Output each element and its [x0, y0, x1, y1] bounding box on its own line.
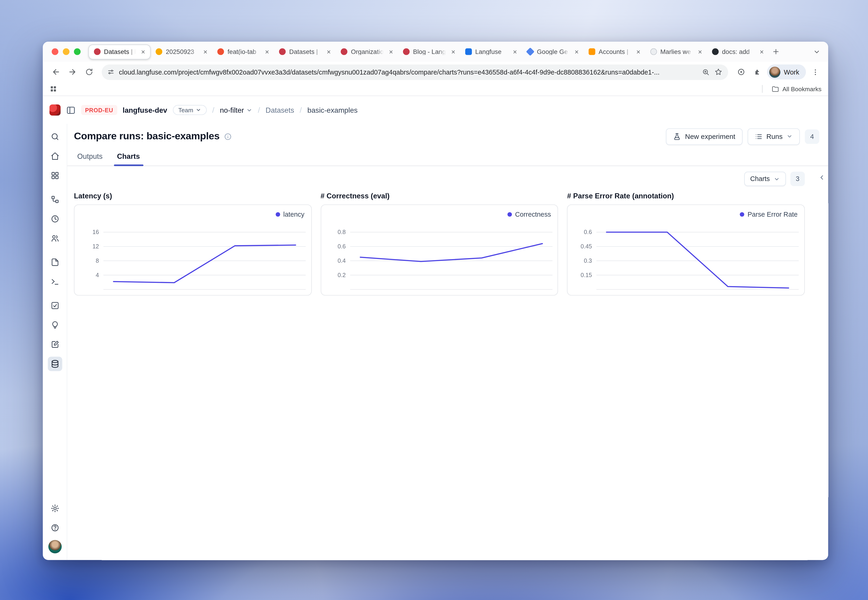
runs-dropdown-button[interactable]: Runs [748, 128, 800, 145]
url-bar[interactable]: cloud.langfuse.com/project/cmfwgv8fx002o… [102, 64, 728, 80]
dashboards-icon[interactable] [47, 168, 62, 183]
legend-dot-icon [740, 212, 744, 217]
evaluation-icon[interactable] [47, 298, 62, 313]
user-avatar[interactable] [48, 540, 62, 553]
prompts-icon[interactable] [47, 255, 62, 270]
legend-label: Correctness [515, 211, 551, 218]
profile-label: Work [784, 68, 800, 76]
browser-tab[interactable]: Organizatio [336, 44, 398, 59]
site-settings-icon[interactable] [107, 68, 114, 76]
svg-text:0.15: 0.15 [581, 272, 592, 278]
info-icon[interactable] [224, 132, 232, 140]
reload-icon[interactable] [82, 65, 96, 79]
breadcrumb-current[interactable]: basic-examples [307, 106, 358, 114]
title-actions: New experiment Runs 4 [666, 128, 819, 145]
tab-close-icon[interactable] [511, 47, 519, 56]
tab-close-icon[interactable] [696, 47, 704, 56]
maximize-window-icon[interactable] [74, 48, 80, 55]
page-title: Compare runs: basic-examples [74, 130, 220, 142]
home-icon[interactable] [47, 149, 62, 163]
tab-close-icon[interactable] [263, 47, 272, 56]
playground-icon[interactable] [47, 274, 62, 289]
collapse-panel-icon[interactable] [816, 171, 827, 184]
colab-favicon [156, 48, 162, 55]
tab-close-icon[interactable] [449, 47, 457, 56]
charts-dropdown-button[interactable]: Charts [744, 172, 786, 186]
legend-label: Parse Error Rate [748, 211, 798, 218]
browser-tab[interactable]: Datasets | l [88, 44, 151, 59]
browser-tab[interactable]: 20250923 [151, 44, 212, 59]
gemini-favicon [526, 47, 534, 56]
datasets-icon[interactable] [47, 357, 62, 371]
runs-count-badge: 4 [805, 129, 819, 144]
project-selector[interactable]: no-filter [220, 106, 252, 114]
tab-close-icon[interactable] [634, 47, 642, 56]
browser-tab[interactable]: Google Ge [522, 44, 584, 59]
browser-tab[interactable]: Langfuse [460, 44, 522, 59]
browser-tab[interactable]: Marlies we [645, 44, 707, 59]
langfuse-logo[interactable] [50, 105, 61, 115]
browser-tab[interactable]: Datasets | [274, 44, 336, 59]
users-icon[interactable] [47, 231, 62, 245]
sessions-icon[interactable] [47, 212, 62, 226]
tab-outputs[interactable]: Outputs [72, 148, 108, 165]
svg-text:0.8: 0.8 [337, 229, 346, 235]
new-experiment-button[interactable]: New experiment [666, 128, 742, 145]
tab-title: Google Ge [537, 48, 569, 55]
chart-canvas: 481216 [74, 205, 311, 295]
new-tab-icon[interactable] [769, 44, 783, 59]
org-type-pill[interactable]: Team [173, 105, 206, 115]
support-icon[interactable] [47, 521, 62, 535]
back-icon[interactable] [49, 65, 63, 79]
browser-profile-chip[interactable]: Work [767, 64, 806, 79]
org-name[interactable]: langfuse-dev [123, 106, 167, 114]
browser-tab[interactable]: docs: add [707, 44, 769, 59]
settings-icon[interactable] [47, 501, 62, 515]
search-icon[interactable] [47, 129, 62, 144]
zoom-icon[interactable] [702, 68, 710, 76]
forward-icon[interactable] [65, 65, 79, 79]
project-name: no-filter [220, 106, 244, 114]
chevron-down-icon [774, 176, 780, 182]
runs-label: Runs [766, 132, 783, 140]
tab-close-icon[interactable] [572, 47, 581, 56]
extension-icon[interactable] [734, 65, 748, 79]
extensions-puzzle-icon[interactable] [751, 65, 765, 79]
insights-icon[interactable] [47, 318, 62, 332]
tab-close-icon[interactable] [757, 47, 766, 56]
chart-legend: Parse Error Rate [740, 211, 798, 218]
tab-close-icon[interactable] [387, 47, 395, 56]
new-experiment-label: New experiment [685, 132, 735, 140]
browser-tab[interactable]: Blog - Lang [398, 44, 460, 59]
charts-dropdown-label: Charts [750, 175, 770, 183]
apps-grid-icon[interactable] [50, 85, 58, 93]
minimize-window-icon[interactable] [63, 48, 70, 55]
breadcrumb-datasets[interactable]: Datasets [266, 106, 294, 114]
tab-search-icon[interactable] [809, 44, 824, 59]
accounts-favicon [589, 48, 595, 55]
tab-title: Datasets | l [104, 48, 136, 55]
browser-tab[interactable]: feat(io-tab [212, 44, 274, 59]
url-text[interactable]: cloud.langfuse.com/project/cmfwgv8fx002o… [119, 68, 698, 76]
tab-close-icon[interactable] [202, 47, 210, 56]
chart-card: Correctness 0.20.40.60.8 [320, 205, 558, 295]
all-bookmarks[interactable]: All Bookmarks [756, 85, 822, 93]
title-row: Compare runs: basic-examples New experim… [67, 124, 828, 145]
tab-charts[interactable]: Charts [111, 148, 146, 165]
svg-text:12: 12 [93, 243, 99, 250]
browser-tab[interactable]: Accounts | [584, 44, 645, 59]
chart-title: Latency (s) [74, 192, 311, 200]
tab-close-icon[interactable] [325, 47, 333, 56]
tracing-icon[interactable] [47, 192, 62, 206]
langfuse-favicon [403, 48, 410, 55]
close-window-icon[interactable] [52, 48, 58, 55]
breadcrumb-slash: / [258, 106, 260, 114]
breadcrumb-slash: / [212, 106, 214, 114]
tab-title: Langfuse [475, 48, 507, 55]
tab-title: feat(io-tab [228, 48, 259, 55]
bookmark-star-icon[interactable] [715, 68, 723, 76]
browser-menu-icon[interactable] [808, 65, 822, 79]
tab-close-icon[interactable] [139, 47, 147, 56]
annotation-icon[interactable] [47, 337, 62, 352]
sidebar-toggle-icon[interactable] [66, 105, 76, 115]
